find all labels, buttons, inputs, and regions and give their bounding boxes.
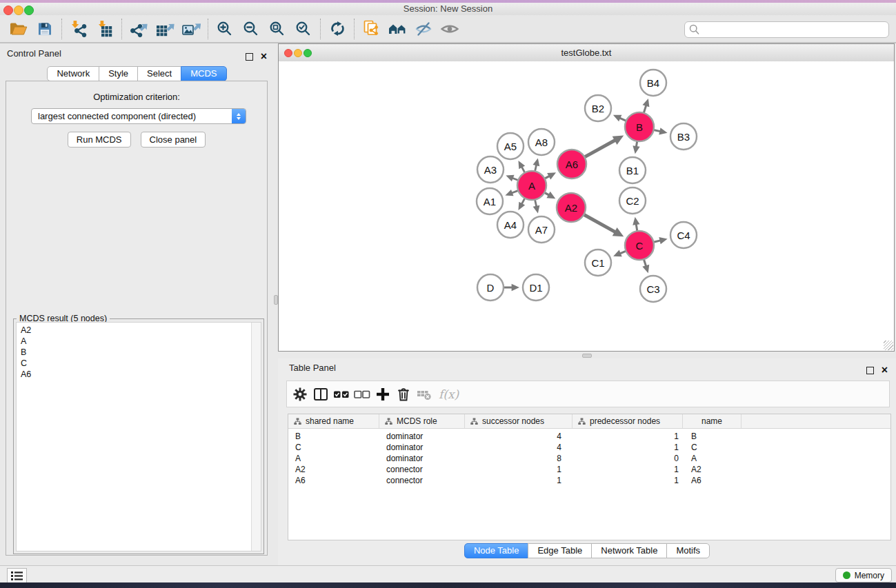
memory-button[interactable]: Memory <box>835 568 892 582</box>
mcds-result-item[interactable]: B <box>17 347 261 358</box>
table-cell: 8 <box>465 453 573 464</box>
network-canvas[interactable]: B4B2BB3A5A8A6A3B1AA1C2A2A4A7C4CC1C3DD1 <box>279 61 894 351</box>
table-row[interactable]: Cdominator41C <box>288 442 890 453</box>
close-window-button[interactable] <box>3 6 13 15</box>
table-row[interactable]: A6connector11A6 <box>288 475 890 486</box>
run-mcds-button[interactable]: Run MCDS <box>68 132 131 148</box>
column-header-filler <box>741 414 890 428</box>
float-panel-icon[interactable] <box>866 367 874 374</box>
show-all-button[interactable] <box>437 17 463 41</box>
mcds-result-item[interactable]: A <box>17 336 261 347</box>
network-edge[interactable] <box>619 118 626 121</box>
network-edge[interactable] <box>653 241 660 242</box>
export-network-button[interactable] <box>126 17 152 41</box>
table-cell: 1 <box>573 431 683 442</box>
export-table-button[interactable] <box>152 17 178 41</box>
minimize-network-button[interactable] <box>294 49 302 57</box>
new-network-document-icon <box>363 20 380 37</box>
tab-network[interactable]: Network <box>47 66 99 81</box>
zoom-selected-button[interactable] <box>290 17 317 41</box>
zoom-out-button[interactable] <box>238 17 264 41</box>
table-row[interactable]: A2connector11A2 <box>288 464 890 475</box>
edge-arrowhead <box>532 158 539 166</box>
create-column-button[interactable] <box>374 385 392 403</box>
tab-edge-table[interactable]: Edge Table <box>528 543 592 558</box>
new-network-from-selection-button[interactable] <box>358 17 384 41</box>
network-window-titlebar[interactable]: testGlobe.txt <box>279 44 894 62</box>
task-history-button[interactable] <box>7 568 27 583</box>
save-session-button[interactable] <box>32 17 58 41</box>
column-header-name[interactable]: name <box>683 414 741 428</box>
network-edge[interactable] <box>512 178 519 180</box>
mcds-result-list[interactable]: A2ABCA6 <box>16 322 261 551</box>
window-resize-grip[interactable] <box>884 341 893 350</box>
column-header-shared-name[interactable]: shared name <box>288 414 379 428</box>
result-list-scrollbar[interactable] <box>251 323 261 551</box>
tree-column-icon <box>294 418 301 425</box>
tab-network-table[interactable]: Network Table <box>591 543 667 558</box>
tab-motifs[interactable]: Motifs <box>666 543 710 558</box>
network-edge[interactable] <box>644 105 646 113</box>
tab-select[interactable]: Select <box>137 66 181 81</box>
zoom-fit-button[interactable] <box>264 17 290 41</box>
table-cell: B <box>288 431 379 442</box>
close-panel-icon[interactable]: × <box>882 365 888 375</box>
export-image-button[interactable] <box>178 17 204 41</box>
network-edge[interactable] <box>636 141 637 147</box>
network-edge[interactable] <box>644 259 646 266</box>
network-edge[interactable] <box>521 198 525 204</box>
column-header-successor-nodes[interactable]: successor nodes <box>465 414 573 428</box>
table-cell: A6 <box>683 475 741 486</box>
network-edge[interactable] <box>654 130 661 131</box>
table-cell: A2 <box>288 464 379 475</box>
table-settings-button[interactable] <box>291 385 309 403</box>
network-edge[interactable] <box>512 190 518 193</box>
select-all-rows-button[interactable] <box>332 385 350 403</box>
close-network-button[interactable] <box>284 49 292 57</box>
mcds-result-item[interactable]: A6 <box>17 369 261 380</box>
minimize-window-button[interactable] <box>14 6 23 15</box>
mcds-result-item[interactable]: A2 <box>17 325 261 336</box>
network-edge[interactable] <box>584 214 615 232</box>
close-panel-button[interactable]: Close panel <box>141 132 206 148</box>
tab-mcds[interactable]: MCDS <box>181 66 226 81</box>
tab-node-table[interactable]: Node Table <box>464 543 529 558</box>
float-panel-icon[interactable] <box>246 53 253 61</box>
table-row[interactable]: Bdominator41B <box>288 431 890 442</box>
gear-icon <box>292 387 308 402</box>
table-cell: A6 <box>288 475 379 486</box>
node-label: A3 <box>484 164 497 176</box>
close-panel-icon[interactable]: × <box>261 52 267 61</box>
table-row[interactable]: Adominator80A <box>288 453 890 464</box>
first-neighbors-button[interactable] <box>384 17 410 41</box>
import-table-button[interactable] <box>92 17 118 41</box>
hide-selected-button[interactable] <box>410 17 437 41</box>
network-edge[interactable] <box>636 224 637 231</box>
network-edge[interactable] <box>535 200 536 207</box>
network-edge[interactable] <box>535 165 537 171</box>
zoom-in-button[interactable] <box>212 17 238 41</box>
delete-columns-button[interactable] <box>395 385 412 403</box>
zoom-window-button[interactable] <box>24 6 34 15</box>
import-network-button[interactable] <box>66 17 92 41</box>
deselect-all-rows-button[interactable] <box>353 385 371 403</box>
tree-column-icon <box>385 418 392 425</box>
zoom-network-button[interactable] <box>303 49 312 57</box>
column-header-MCDS-role[interactable]: MCDS role <box>379 414 465 428</box>
criterion-select[interactable]: largest connected component (directed) <box>31 108 246 124</box>
network-edge[interactable] <box>521 167 525 173</box>
network-edge[interactable] <box>620 251 626 254</box>
splitter-handle[interactable] <box>582 354 592 358</box>
search-input[interactable] <box>703 23 885 37</box>
open-session-button[interactable] <box>6 17 32 41</box>
function-builder-button[interactable]: f(x) <box>436 387 459 401</box>
tab-style[interactable]: Style <box>99 66 138 81</box>
apply-layout-button[interactable] <box>324 17 350 41</box>
column-header-predecessor-nodes[interactable]: predecessor nodes <box>573 414 683 428</box>
network-edge[interactable] <box>584 140 615 157</box>
horizontal-splitter[interactable] <box>278 352 896 358</box>
column-visibility-button[interactable] <box>312 385 330 403</box>
delete-table-button[interactable] <box>415 385 433 403</box>
mcds-result-item[interactable]: C <box>17 358 261 369</box>
import-network-icon <box>70 21 88 37</box>
